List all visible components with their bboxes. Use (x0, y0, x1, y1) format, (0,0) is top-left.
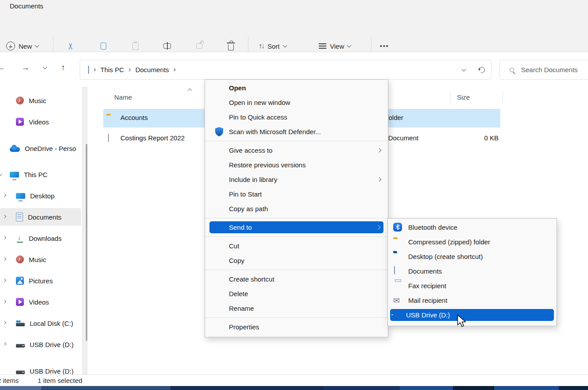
documents-icon (16, 212, 23, 221)
mail-icon: ✉ (393, 297, 400, 305)
cut-icon: ✂ (66, 42, 75, 50)
expand-chevron-icon[interactable] (3, 193, 6, 197)
submenu-item-usb-drive-d[interactable]: USB Drive (D:) (388, 308, 557, 322)
mouse-cursor (457, 314, 468, 328)
submenu-item-fax-recipient[interactable]: Fax recipient (388, 278, 557, 293)
column-header-name[interactable]: Name (114, 93, 132, 101)
menu-item-properties[interactable]: Properties (205, 320, 388, 334)
sidebar-scrollbar-thumb[interactable] (86, 144, 87, 341)
sidebar-item-videos[interactable]: Videos (0, 293, 81, 311)
file-size: 0 KB (455, 134, 499, 142)
expand-chevron-icon[interactable] (0, 172, 2, 176)
sidebar-item-downloads[interactable]: Downloads (0, 229, 81, 247)
menu-item-include-in-library[interactable]: Include in library (205, 172, 388, 187)
sidebar-item-this-pc[interactable]: This PC (0, 166, 81, 183)
status-bar: 2 items 1 item selected (0, 375, 588, 386)
text-document-icon (108, 134, 109, 142)
expand-chevron-icon[interactable] (3, 278, 6, 282)
submenu-arrow-icon (376, 225, 381, 230)
submenu-item-mail-recipient[interactable]: ✉ Mail recipient (388, 293, 557, 308)
forward-button[interactable]: → (21, 63, 30, 73)
paste-icon (132, 42, 139, 50)
ellipsis-icon: ••• (380, 42, 389, 50)
usb-drive-highlight: USB Drive (D:) (390, 309, 554, 321)
recent-locations-chevron[interactable] (43, 65, 47, 70)
expand-chevron-icon[interactable] (3, 236, 6, 239)
downloads-icon (16, 234, 24, 243)
sidebar-item-desktop[interactable]: Desktop (0, 187, 81, 205)
expand-chevron-icon[interactable] (3, 342, 6, 346)
menu-item-pin-to-start[interactable]: Pin to Start (205, 187, 388, 201)
menu-item-send-to[interactable]: Send to (205, 220, 388, 235)
video-progress-bar[interactable] (0, 386, 588, 390)
navigation-pane: Music Videos OneDrive - Perso This PC De… (0, 87, 100, 375)
sidebar-item-videos-quick[interactable]: Videos (0, 113, 81, 131)
menu-item-delete[interactable]: Delete (205, 286, 388, 301)
search-box[interactable] (499, 60, 588, 80)
sidebar-item-onedrive[interactable]: OneDrive - Perso (0, 139, 81, 157)
menu-separator (205, 236, 387, 237)
file-name: Costings Report 2022 (120, 134, 185, 142)
submenu-item-documents[interactable]: Documents (388, 264, 557, 278)
menu-item-copy[interactable]: Copy (205, 253, 388, 268)
videos-icon (16, 298, 24, 306)
breadcrumb-separator: › (169, 65, 181, 74)
up-button[interactable]: ↑ (61, 63, 66, 73)
search-input[interactable] (521, 66, 583, 73)
menu-item-scan-with-defender[interactable]: Scan with Microsoft Defender... (205, 124, 388, 139)
menu-item-restore-previous-versions[interactable]: Restore previous versions (205, 158, 388, 172)
search-icon (510, 68, 514, 72)
column-header-size[interactable]: Size (457, 93, 470, 101)
address-bar[interactable]: › This PC › Documents › (80, 60, 491, 80)
menu-item-cut[interactable]: Cut (205, 239, 388, 253)
chevron-down-icon (35, 43, 39, 48)
back-button[interactable]: ← (0, 63, 5, 73)
expand-chevron-icon[interactable] (3, 321, 6, 324)
refresh-icon[interactable] (478, 66, 486, 74)
menu-item-pin-to-quick-access[interactable]: Pin to Quick access (205, 110, 388, 124)
sort-ascending-icon (188, 89, 192, 93)
usb-drive-icon (16, 371, 25, 374)
sidebar-item-pictures[interactable]: Pictures (0, 272, 81, 290)
menu-item-open[interactable]: Open (205, 81, 388, 95)
menu-item-rename[interactable]: Rename (205, 301, 388, 316)
selection-count: 1 item selected (38, 377, 82, 384)
menu-item-copy-as-path[interactable]: Copy as path (205, 201, 388, 216)
file-explorer-window: Documents + New ✂ ↑↓ Sort View (0, 0, 588, 390)
items-count: 2 items (0, 377, 19, 384)
submenu-item-bluetooth-device[interactable]: Bluetooth device (388, 220, 557, 235)
menu-separator (205, 218, 387, 218)
sidebar-item-usb-drive-d-2[interactable]: USB Drive (D:) (0, 362, 81, 375)
rename-icon (163, 43, 171, 49)
breadcrumb-documents[interactable]: Documents (135, 66, 169, 73)
delete-icon (228, 44, 234, 50)
defender-shield-icon (215, 127, 224, 138)
breadcrumb-this-pc[interactable]: This PC (101, 66, 124, 73)
this-pc-icon (10, 172, 19, 178)
pictures-icon (16, 277, 24, 285)
menu-separator (205, 317, 387, 318)
menu-item-create-shortcut[interactable]: Create shortcut (205, 272, 388, 286)
sidebar-item-music-quick[interactable]: Music (0, 92, 81, 109)
expand-chevron-icon[interactable] (3, 215, 6, 218)
submenu-item-compressed-folder[interactable]: Compressed (zipped) folder (388, 235, 557, 249)
sidebar-item-local-disk-c[interactable]: Local Disk (C:) (0, 314, 81, 332)
menu-item-open-in-new-window[interactable]: Open in new window (205, 95, 388, 110)
sidebar-item-documents[interactable]: Documents (0, 208, 81, 226)
send-to-submenu: Bluetooth device Compressed (zipped) fol… (387, 218, 557, 326)
address-dropdown-chevron[interactable] (462, 67, 466, 71)
window-chrome: Documents + New ✂ ↑↓ Sort View (0, 0, 588, 52)
column-divider[interactable] (450, 91, 451, 104)
sidebar-item-music[interactable]: Music (0, 251, 81, 268)
onedrive-icon (10, 147, 20, 152)
menu-item-give-access-to[interactable]: Give access to (205, 143, 388, 158)
submenu-arrow-icon (377, 148, 382, 153)
bluetooth-icon (393, 223, 402, 232)
breadcrumb-separator: › (89, 65, 101, 74)
expand-chevron-icon[interactable] (3, 300, 6, 303)
column-divider[interactable] (503, 91, 503, 104)
expand-chevron-icon[interactable] (3, 257, 6, 261)
sidebar-item-usb-drive-d[interactable]: USB Drive (D:) (0, 336, 81, 353)
submenu-item-desktop-shortcut[interactable]: Desktop (create shortcut) (388, 249, 557, 264)
submenu-arrow-icon (377, 178, 382, 182)
